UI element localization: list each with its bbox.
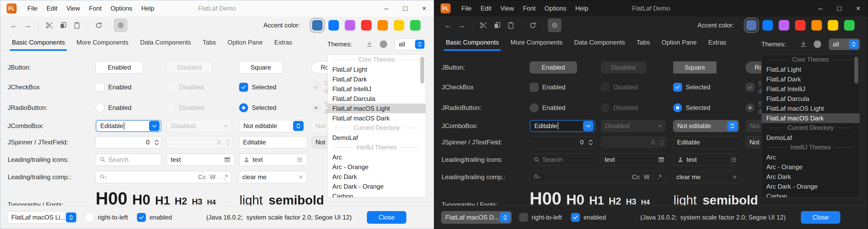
checkbox-enabled[interactable]: [530, 83, 538, 92]
table-calendar-icon[interactable]: [224, 156, 231, 163]
textfield-editable[interactable]: Editable: [239, 136, 307, 148]
clear-field-icon[interactable]: ×: [733, 173, 737, 181]
accent-swatch-yellow[interactable]: [828, 20, 838, 31]
maximize-button[interactable]: □: [396, 0, 415, 17]
match-case-button[interactable]: Cc: [198, 173, 206, 181]
theme-item[interactable]: Arc Dark - Orange: [328, 181, 426, 191]
menu-view[interactable]: View: [496, 0, 519, 17]
theme-item[interactable]: DemoLaf: [762, 133, 860, 143]
titlebar[interactable]: FL File Edit View Font Options Help Flat…: [0, 0, 434, 17]
spinner-arrows[interactable]: [586, 140, 595, 145]
clear-field-icon[interactable]: ×: [299, 173, 303, 181]
titlebar[interactable]: FL File Edit View Font Options Help Flat…: [434, 0, 868, 17]
checkbox-enabled[interactable]: [96, 83, 104, 92]
round-button[interactable]: Round: [312, 61, 327, 74]
tab-data-components[interactable]: Data Components: [568, 34, 631, 51]
search-field[interactable]: Search: [96, 154, 161, 166]
back-button[interactable]: ←: [7, 19, 21, 32]
accent-swatch-green[interactable]: [410, 20, 421, 31]
accent-swatch-orange[interactable]: [811, 20, 822, 31]
github-icon[interactable]: [379, 40, 388, 49]
inspect-toggle-button[interactable]: [548, 19, 561, 32]
checkbox-selected[interactable]: [239, 83, 248, 92]
tab-basic-components[interactable]: Basic Components: [6, 34, 70, 51]
theme-item-selected[interactable]: FlatLaf macOS Light: [328, 104, 426, 113]
menu-help[interactable]: Help: [137, 0, 158, 17]
checkbox-selected[interactable]: [673, 83, 682, 92]
accent-swatch-purple[interactable]: [345, 20, 355, 31]
accent-swatch-blue[interactable]: [763, 20, 773, 31]
theme-item[interactable]: FlatLaf Dark: [762, 74, 860, 84]
cut-button[interactable]: [43, 19, 56, 32]
list-icon[interactable]: [730, 156, 737, 163]
theme-item[interactable]: FlatLaf Dark: [328, 74, 426, 84]
combobox-not-editable[interactable]: Not editable: [673, 120, 739, 132]
theme-item[interactable]: Arc: [328, 152, 426, 162]
whole-word-button[interactable]: W: [210, 173, 216, 181]
scrollbar-thumb[interactable]: [854, 57, 858, 84]
combobox-editable[interactable]: Editable: [96, 120, 161, 132]
list-icon[interactable]: [296, 156, 303, 163]
menu-edit[interactable]: Edit: [476, 0, 496, 17]
theme-item[interactable]: Arc - Orange: [328, 162, 426, 172]
minimize-button[interactable]: –: [811, 0, 830, 17]
clear-me-field[interactable]: clear me×: [672, 171, 741, 183]
theme-item[interactable]: Carbon: [762, 191, 860, 198]
menu-options[interactable]: Options: [106, 0, 137, 17]
table-calendar-icon[interactable]: [658, 156, 665, 163]
accent-swatch-default[interactable]: [746, 20, 756, 31]
theme-item-selected[interactable]: FlatLaf macOS Dark: [762, 113, 860, 123]
theme-item[interactable]: FlatLaf macOS Dark: [328, 113, 426, 123]
maximize-button[interactable]: □: [830, 0, 849, 17]
text-field-calendar[interactable]: text: [601, 154, 669, 166]
menu-font[interactable]: Font: [85, 0, 106, 17]
square-button[interactable]: Square: [673, 61, 717, 74]
text-field-calendar[interactable]: text: [167, 154, 235, 166]
right-to-left-checkbox[interactable]: right-to-left: [519, 213, 562, 222]
search-with-options-field[interactable]: Cc W .*: [96, 171, 231, 183]
text-field-user[interactable]: text: [673, 154, 741, 166]
close-window-button[interactable]: ×: [849, 0, 868, 17]
combobox-arrow-button[interactable]: [149, 121, 160, 131]
accent-swatch-default[interactable]: [312, 20, 322, 31]
back-button[interactable]: ←: [441, 19, 455, 32]
refresh-button[interactable]: [92, 19, 105, 32]
match-case-button[interactable]: Cc: [632, 173, 640, 181]
enabled-button[interactable]: Enabled: [530, 61, 577, 74]
theme-item[interactable]: FlatLaf Darcula: [328, 94, 426, 104]
theme-item[interactable]: Arc - Orange: [762, 162, 860, 172]
themes-list[interactable]: Core Themes FlatLaf Light FlatLaf Dark F…: [327, 55, 426, 198]
minimize-button[interactable]: –: [377, 0, 396, 17]
close-button[interactable]: Close: [801, 211, 840, 224]
menu-edit[interactable]: Edit: [42, 0, 62, 17]
tab-extras[interactable]: Extras: [702, 34, 732, 51]
refresh-button[interactable]: [526, 19, 539, 32]
theme-item[interactable]: Carbon: [328, 191, 426, 198]
download-theme-button[interactable]: [366, 40, 373, 48]
menu-file[interactable]: File: [23, 0, 42, 17]
theme-item[interactable]: FlatLaf IntelliJ: [328, 84, 426, 94]
forward-button[interactable]: →: [455, 19, 468, 32]
themes-filter-combobox[interactable]: all: [829, 38, 860, 50]
copy-button[interactable]: [490, 19, 504, 32]
spinner-arrows[interactable]: [152, 140, 161, 145]
tab-tabs[interactable]: Tabs: [631, 34, 656, 51]
combobox-arrow-button[interactable]: [849, 40, 859, 49]
scrollbar-thumb[interactable]: [420, 57, 424, 84]
paste-button[interactable]: [70, 19, 84, 32]
accent-swatch-green[interactable]: [844, 20, 855, 31]
spinner[interactable]: 0: [530, 136, 595, 148]
search-with-options-field[interactable]: Cc W .*: [530, 171, 665, 183]
github-icon[interactable]: [813, 40, 822, 49]
laf-combobox[interactable]: FlatLaf macOS D...: [441, 211, 512, 224]
theme-item[interactable]: Arc: [762, 152, 860, 162]
paste-button[interactable]: [504, 19, 518, 32]
theme-item[interactable]: FlatLaf IntelliJ: [762, 84, 860, 94]
accent-swatch-blue[interactable]: [329, 20, 339, 31]
copy-button[interactable]: [56, 19, 70, 32]
search-field[interactable]: Search: [530, 154, 595, 166]
menu-file[interactable]: File: [457, 0, 476, 17]
menu-view[interactable]: View: [62, 0, 85, 17]
tab-option-pane[interactable]: Option Pane: [222, 34, 268, 51]
accent-swatch-yellow[interactable]: [394, 20, 404, 31]
